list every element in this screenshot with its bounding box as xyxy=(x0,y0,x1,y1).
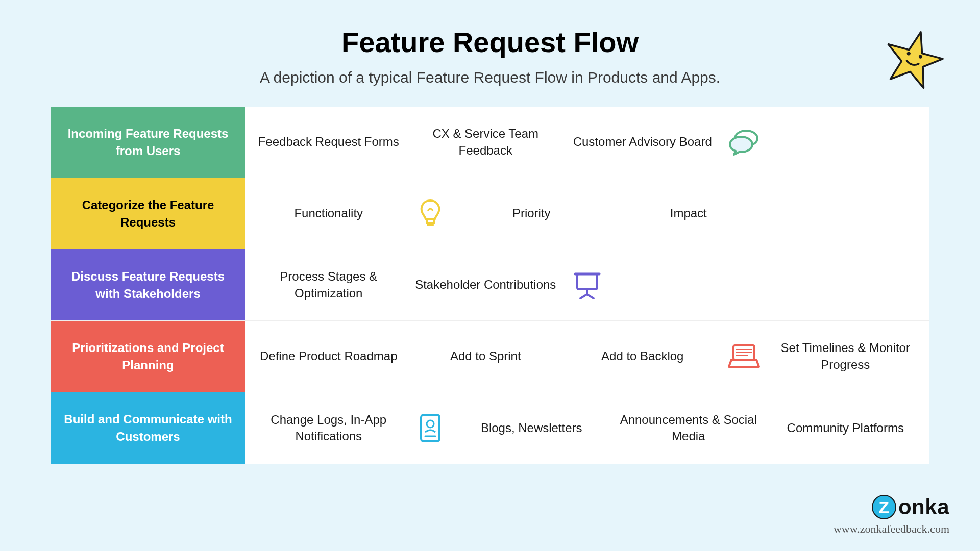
svg-point-4 xyxy=(730,137,752,152)
row-label: Incoming Feature Requests from Users xyxy=(51,107,245,178)
cell: Add to Sprint xyxy=(412,348,559,364)
cell: Announcements & Social Media xyxy=(615,412,762,445)
row-label: Build and Communicate with Customers xyxy=(51,392,245,464)
cell: Feedback Request Forms xyxy=(255,134,402,150)
id-card-icon xyxy=(412,413,448,443)
chat-icon xyxy=(726,128,762,156)
cell: Process Stages & Optimization xyxy=(255,268,402,302)
presentation-icon xyxy=(569,270,605,300)
cell: Impact xyxy=(615,205,762,221)
page-subtitle: A depiction of a typical Feature Request… xyxy=(0,69,980,86)
row-discuss: Discuss Feature Requests with Stakeholde… xyxy=(51,249,929,321)
svg-point-15 xyxy=(427,420,434,428)
cell: Customer Advisory Board xyxy=(569,134,716,150)
cell: Set Timelines & Monitor Progress xyxy=(772,340,919,373)
laptop-icon xyxy=(726,342,762,370)
row-label: Categorize the Feature Requests xyxy=(51,178,245,249)
svg-line-8 xyxy=(580,294,587,298)
cell: Stakeholder Contributions xyxy=(412,277,559,293)
row-label: Discuss Feature Requests with Stakeholde… xyxy=(51,249,245,320)
cell: Add to Backlog xyxy=(569,348,716,364)
brand-text: onka xyxy=(898,495,949,519)
lightbulb-icon xyxy=(412,198,448,229)
svg-rect-5 xyxy=(577,274,597,289)
cell: Change Logs, In-App Notifications xyxy=(255,412,402,445)
row-categorize: Categorize the Feature Requests Function… xyxy=(51,178,929,249)
cell: Community Platforms xyxy=(772,420,919,436)
cell: Blogs, Newsletters xyxy=(458,420,605,436)
cell: Priority xyxy=(458,205,605,221)
cell: Define Product Roadmap xyxy=(255,348,402,364)
row-build: Build and Communicate with Customers Cha… xyxy=(51,392,929,464)
row-label: Prioritizations and Project Planning xyxy=(51,321,245,392)
cell: CX & Service Team Feedback xyxy=(412,126,559,159)
cell: Functionality xyxy=(255,205,402,221)
row-incoming: Incoming Feature Requests from Users Fee… xyxy=(51,107,929,178)
footer-brand: Z onka www.zonkafeedback.com xyxy=(834,495,949,536)
flow-table: Incoming Feature Requests from Users Fee… xyxy=(51,107,929,464)
brand-z-icon: Z xyxy=(872,495,896,519)
page-title: Feature Request Flow xyxy=(0,26,980,59)
svg-marker-0 xyxy=(880,25,948,91)
brand-url: www.zonkafeedback.com xyxy=(834,522,949,536)
row-prioritize: Prioritizations and Project Planning Def… xyxy=(51,321,929,392)
svg-line-9 xyxy=(587,294,594,298)
